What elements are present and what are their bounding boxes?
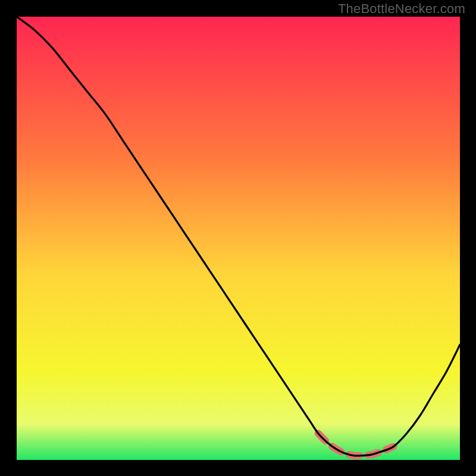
chart-container: TheBottleNecker.com [0, 0, 476, 476]
gradient-background [17, 17, 460, 460]
bottleneck-chart [17, 17, 460, 460]
watermark-text: TheBottleNecker.com [338, 1, 465, 17]
